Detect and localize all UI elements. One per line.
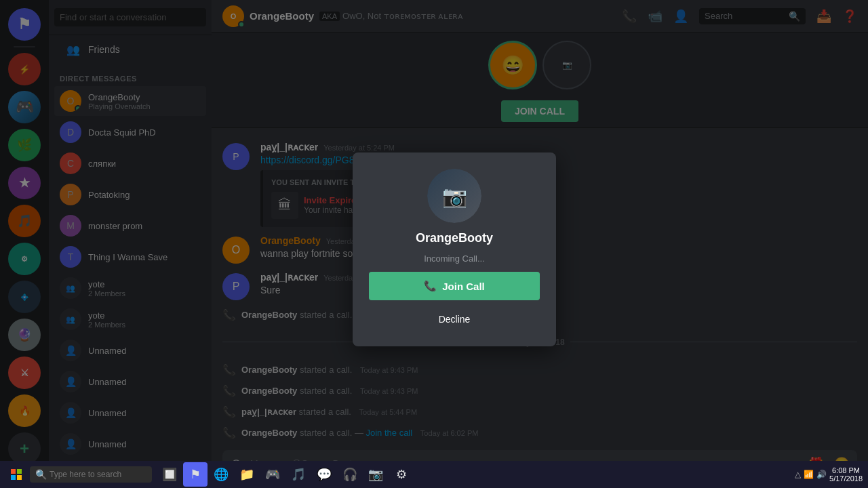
taskbar-date-display: 5/17/2018 bbox=[829, 474, 863, 483]
dm-item-name-7: yote bbox=[88, 310, 201, 321]
add-friend-icon[interactable]: 👤 bbox=[673, 9, 688, 24]
inbox-icon[interactable]: 📥 bbox=[816, 9, 831, 24]
msg-text-3: Sure bbox=[260, 284, 857, 298]
taskbar-search-input[interactable] bbox=[50, 470, 144, 479]
phone-icon-modal: 📞 bbox=[424, 280, 437, 292]
dm-item-9[interactable]: 👤 Unnamed bbox=[54, 367, 206, 396]
msg-header-1: pаỵ|_|ʀᴀᴄᴋer Yesterday at 5:24 PM bbox=[260, 142, 857, 152]
system-text-2: OrangeBooty started a call. Today at 9:4… bbox=[241, 365, 418, 375]
dm-item-name-1: Docta Squid PhD bbox=[88, 127, 201, 138]
server-icon-7[interactable]: 💠 bbox=[8, 281, 41, 313]
channel-name: OrangeBooty bbox=[250, 10, 314, 22]
system-user-5: OrangeBooty bbox=[241, 428, 297, 438]
dm-item-1[interactable]: D Docta Squid PhD bbox=[54, 117, 206, 147]
join-call-button[interactable]: JOIN CALL bbox=[501, 100, 578, 122]
dm-item-2[interactable]: С сляпки bbox=[54, 148, 206, 178]
dm-item-10[interactable]: 👤 Unnamed bbox=[54, 398, 206, 428]
dm-item-text-2: сляпки bbox=[88, 159, 201, 169]
system-user-2: OrangeBooty bbox=[241, 365, 297, 375]
dm-item-0[interactable]: O OrangeBooty Playing Overwatch bbox=[54, 86, 206, 116]
channel-header-avatar: O bbox=[222, 5, 244, 27]
dm-avatar-0: O bbox=[60, 90, 81, 112]
dm-item-text-9: Unnamed bbox=[88, 377, 201, 387]
incoming-call-modal: 📷 OrangeBooty Incoming Call... 📞 Join Ca… bbox=[353, 152, 556, 346]
online-indicator bbox=[238, 21, 245, 28]
msg-avatar-2: O bbox=[222, 237, 250, 264]
help-icon[interactable]: ❓ bbox=[842, 9, 857, 24]
taskbar-cortana[interactable]: 🔲 bbox=[157, 462, 182, 487]
taskbar-explorer[interactable]: 📁 bbox=[235, 462, 259, 487]
server-icon-2[interactable]: 🎮 bbox=[8, 91, 41, 123]
modal-call-status: Incoming Call... bbox=[424, 253, 485, 264]
search-area bbox=[49, 0, 212, 35]
msg-text-1: https://discord.gg/PG8J49 bbox=[260, 154, 857, 167]
msg-content-2: OrangeBooty Yesterday at 7:49 PM wanna p… bbox=[260, 235, 857, 264]
taskbar-right: △ 📶 🔊 6:08 PM 5/17/2018 bbox=[795, 466, 863, 483]
system-msg-2: 📞 OrangeBooty started a call. Today at 9… bbox=[222, 361, 857, 379]
header-search: 🔍 bbox=[699, 8, 806, 24]
phone-icon[interactable]: 📞 bbox=[622, 9, 637, 24]
server-icon-1[interactable]: ⚡ bbox=[8, 53, 41, 85]
tray-icon-network: 📶 bbox=[804, 470, 814, 479]
dm-item-5[interactable]: T Thing I Wanna Save bbox=[54, 242, 206, 272]
tray-icons: △ 📶 🔊 bbox=[795, 470, 827, 479]
dm-item-name-2: сляпки bbox=[88, 159, 201, 169]
taskbar-clock: 6:08 PM 5/17/2018 bbox=[829, 466, 863, 483]
modal-decline-button[interactable]: Decline bbox=[369, 308, 540, 330]
dm-sidebar: 👥 Friends DIRECT MESSAGES O OrangeBooty … bbox=[49, 0, 212, 488]
system-user-1: OrangeBooty bbox=[241, 310, 297, 320]
dm-item-sub-6: 2 Members bbox=[88, 289, 201, 298]
taskbar-icons: 🔲 ⚑ 🌐 📁 🎮 🎵 💬 🎧 📷 ⚙ bbox=[157, 462, 414, 487]
dm-item-4[interactable]: M monster prom bbox=[54, 211, 206, 241]
server-icon-8[interactable]: 🔮 bbox=[8, 319, 41, 351]
server-icon-10[interactable]: 🔥 bbox=[8, 394, 41, 427]
msg-author-3: pаỵ|_|ʀᴀᴄᴋer bbox=[260, 272, 318, 283]
server-icon-4[interactable]: ★ bbox=[8, 167, 41, 199]
taskbar-discord[interactable]: ⚑ bbox=[183, 462, 208, 487]
dm-item-text-11: Unnamed bbox=[88, 439, 201, 449]
search-input[interactable] bbox=[54, 8, 206, 26]
dm-item-3[interactable]: P Potatoking bbox=[54, 180, 206, 209]
dm-item-text-10: Unnamed bbox=[88, 408, 201, 418]
svg-rect-3 bbox=[17, 475, 22, 480]
dm-item-11[interactable]: 👤 Unnamed bbox=[54, 429, 206, 459]
msg-author-1: pаỵ|_|ʀᴀᴄᴋer bbox=[260, 142, 318, 152]
taskbar-appicon-6[interactable]: 🎵 bbox=[286, 462, 311, 487]
msg-timestamp-1: Yesterday at 5:24 PM bbox=[323, 144, 395, 152]
start-button[interactable] bbox=[5, 464, 27, 485]
header-search-input[interactable] bbox=[705, 11, 786, 21]
msg-avatar-1: P bbox=[222, 143, 250, 170]
system-text-3: OrangeBooty started a call. Today at 9:4… bbox=[241, 386, 418, 396]
discord-logo[interactable]: ⚑ bbox=[8, 8, 41, 41]
call-avatar-1: 😄 bbox=[488, 41, 537, 89]
taskbar-chrome[interactable]: 🌐 bbox=[209, 462, 233, 487]
server-icon-9[interactable]: ⚔ bbox=[8, 357, 41, 389]
dm-item-7[interactable]: 👥 yote 2 Members bbox=[54, 304, 206, 334]
system-msg-3: 📞 OrangeBooty started a call. Today at 9… bbox=[222, 382, 857, 400]
system-text-5: OrangeBooty started a call. — Join the c… bbox=[241, 428, 478, 438]
modal-join-button[interactable]: 📞 Join Call bbox=[369, 272, 540, 300]
dm-item-8[interactable]: 👤 Unnamed bbox=[54, 336, 206, 365]
dm-item-name-6: yote bbox=[88, 279, 201, 289]
svg-rect-1 bbox=[17, 469, 22, 474]
friends-item[interactable]: 👥 Friends bbox=[54, 36, 206, 63]
join-the-call-link[interactable]: Join the call bbox=[366, 428, 413, 438]
dm-item-6[interactable]: 👥 yote 2 Members bbox=[54, 273, 206, 303]
server-icon-6[interactable]: ⚙ bbox=[8, 243, 41, 275]
taskbar-appicon-10[interactable]: ⚙ bbox=[389, 462, 414, 487]
server-icon-3[interactable]: 🌿 bbox=[8, 129, 41, 161]
aka-tag: AKA bbox=[319, 12, 340, 21]
dm-item-name-8: Unnamed bbox=[88, 346, 201, 356]
video-icon[interactable]: 📹 bbox=[648, 9, 663, 24]
taskbar-appicon-8[interactable]: 🎧 bbox=[338, 462, 362, 487]
taskbar-appicon-7[interactable]: 💬 bbox=[312, 462, 336, 487]
phone-system-icon-3: 📞 bbox=[222, 384, 236, 397]
server-icon-5[interactable]: 🎵 bbox=[8, 205, 41, 237]
taskbar-appicon-5[interactable]: 🎮 bbox=[260, 462, 285, 487]
server-icon-add[interactable]: + bbox=[8, 432, 41, 465]
phone-system-icon-5: 📞 bbox=[222, 426, 236, 439]
dm-avatar-6: 👥 bbox=[60, 277, 81, 299]
date-line-right bbox=[570, 342, 857, 342]
dm-item-text-0: OrangeBooty Playing Overwatch bbox=[88, 92, 201, 110]
taskbar-appicon-9[interactable]: 📷 bbox=[363, 462, 388, 487]
